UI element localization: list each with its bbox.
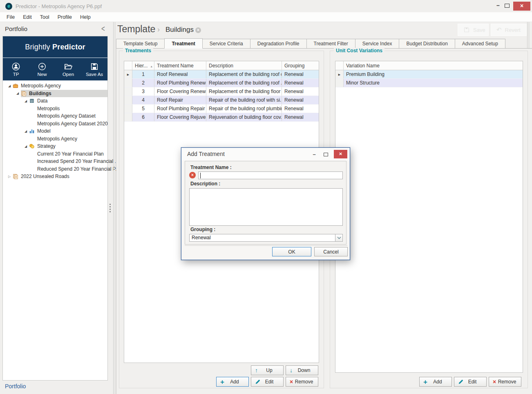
tab-degradation-profile[interactable]: Degradation Profile <box>250 39 306 49</box>
minimize-button[interactable]: – <box>494 2 503 10</box>
tree-expander-icon[interactable]: ◢ <box>14 91 21 95</box>
tree-item-label: Data <box>36 98 47 104</box>
treatment-row[interactable]: ▶ 1 Roof Renewal Replacement of the buil… <box>124 70 319 79</box>
dialog-close-button[interactable]: × <box>334 150 347 158</box>
add-variation-button[interactable]: + Add <box>419 377 452 387</box>
move-down-button[interactable]: ↓ Down <box>286 365 318 375</box>
menu-profile[interactable]: Profile <box>54 13 76 21</box>
tree-item-current-20-year-plan[interactable]: Current 20 Year Financial Plan <box>3 150 107 158</box>
cell-description: Repair of the building roof with si... <box>206 96 282 104</box>
tree-item-metropolis[interactable]: Metropolis <box>3 105 107 113</box>
tree-expander-icon[interactable]: ◢ <box>22 99 29 103</box>
tab-service-index[interactable]: Service Index <box>355 39 399 49</box>
column-header-grouping[interactable]: Grouping <box>282 61 319 70</box>
tab-advanced-setup[interactable]: Advanced Setup <box>455 39 505 49</box>
treatment-row[interactable]: 4 Roof Repair Repair of the building roo… <box>124 96 319 105</box>
dialog-minimize-button[interactable]: – <box>311 151 318 158</box>
treatment-name-input[interactable] <box>198 171 343 179</box>
breadcrumb-close-icon[interactable]: × <box>195 27 201 33</box>
variation-row[interactable]: Minor Structure <box>335 79 523 87</box>
tree-item-label: Reduced Spend 20 Year Financial P... <box>36 166 119 172</box>
edit-variation-button[interactable]: Edit <box>454 377 487 387</box>
plus-circle-icon <box>38 62 47 71</box>
app-logo-icon: e <box>5 3 12 10</box>
tree-item-label: Metropolis Agency Dataset <box>36 113 96 119</box>
tree-item-label: Current 20 Year Financial Plan <box>36 151 104 157</box>
tree-expander-icon[interactable]: ◢ <box>22 129 29 133</box>
cell-grouping: Renewal <box>282 87 319 96</box>
grouping-dropdown[interactable]: Renewal <box>189 234 343 242</box>
tp-button[interactable]: TP <box>3 58 29 80</box>
tree-item-model[interactable]: ◢ Model <box>3 127 107 135</box>
tree-expander-icon[interactable]: ◢ <box>6 84 13 88</box>
row-indicator-cell <box>335 79 344 87</box>
maximize-button[interactable] <box>505 4 510 8</box>
splitter-handle[interactable] <box>110 204 111 214</box>
open-button[interactable]: Open <box>55 58 81 80</box>
tree-item-metropolis-agency-dataset[interactable]: Metropolis Agency Dataset <box>3 112 107 120</box>
splitter-line[interactable] <box>113 22 114 394</box>
dropdown-chevron-icon[interactable] <box>335 234 343 242</box>
menu-help[interactable]: Help <box>76 13 95 21</box>
remove-treatment-button[interactable]: × Remove <box>286 377 318 387</box>
cell-grouping: Renewal <box>282 79 319 87</box>
description-textarea[interactable] <box>189 188 343 226</box>
cancel-button[interactable]: Cancel <box>314 247 348 256</box>
folder-icon <box>64 62 73 71</box>
column-header-description[interactable]: Description <box>206 61 282 70</box>
tree-item-increased-spend-plan[interactable]: Increased Spend 20 Year Financial ... <box>3 158 107 165</box>
tree-item-data[interactable]: ◢ Data <box>3 97 107 105</box>
revert-button-disabled[interactable]: ↶ Revert <box>491 24 527 36</box>
tab-treatment-filter[interactable]: Treatment Filter <box>306 39 355 49</box>
tree-item-metropolis-agency[interactable]: ◢ Metropolis Agency <box>3 82 107 90</box>
portfolio-footer-link[interactable]: Portfolio <box>5 383 26 390</box>
ok-button[interactable]: OK <box>272 247 311 256</box>
tree-item-label: 2022 Unsealed Roads <box>20 174 69 179</box>
portfolio-panel-header: Portfolio < <box>0 22 116 36</box>
save-as-label: Save As <box>86 72 103 77</box>
tree-item-strategy[interactable]: ◢ Strategy <box>3 142 107 150</box>
cell-hierarchy: 6 <box>132 113 154 121</box>
breadcrumb-current[interactable]: Buildings <box>165 26 194 34</box>
tab-service-criteria[interactable]: Service Criteria <box>203 39 250 49</box>
tree-item-buildings[interactable]: ◢ Buildings <box>3 90 107 98</box>
dialog-title-bar[interactable]: Add Treatment – × <box>181 148 350 160</box>
breadcrumb-root[interactable]: Template <box>117 24 155 35</box>
treatment-name-label: Treatment Name : <box>190 165 232 170</box>
treatment-row[interactable]: 3 Floor Covering Renewal Replacement of … <box>124 87 319 96</box>
tab-template-setup[interactable]: Template Setup <box>116 39 164 49</box>
close-button[interactable]: × <box>513 2 530 11</box>
column-header-treatment-name[interactable]: Treatment Name <box>154 61 206 70</box>
portfolio-panel-title: Portfolio <box>5 25 27 32</box>
edit-treatment-button[interactable]: Edit <box>251 377 284 387</box>
menu-tool[interactable]: Tool <box>36 13 54 21</box>
tab-treatment[interactable]: Treatment <box>164 38 202 49</box>
column-header-hierarchy[interactable]: Hier...▲ <box>132 61 154 70</box>
tree-item-2022-unsealed-roads[interactable]: ▷ 2022 Unsealed Roads <box>3 173 107 180</box>
new-button[interactable]: New <box>29 58 55 80</box>
tree-item-metropolis-agency-model[interactable]: Metropolis Agency <box>3 135 107 143</box>
tree-item-label: Buildings <box>28 91 51 96</box>
cell-treatment-name: Roof Repair <box>154 96 206 104</box>
add-treatment-button[interactable]: + Add <box>216 377 249 387</box>
treatment-row[interactable]: 2 Roof Plumbing Renewal Replacement of t… <box>124 79 319 87</box>
save-as-button[interactable]: Save As <box>81 58 107 80</box>
collapse-sidebar-icon[interactable]: < <box>101 24 105 33</box>
dialog-maximize-button[interactable] <box>324 153 328 156</box>
treatment-row[interactable]: 5 Roof Plumbing Repair Repair of the bui… <box>124 105 319 113</box>
cell-hierarchy: 4 <box>132 96 154 104</box>
tree-expander-icon[interactable]: ▷ <box>6 175 13 178</box>
tree-item-metropolis-agency-dataset-2020[interactable]: Metropolis Agency Dataset 2020 <box>3 120 107 128</box>
tree-item-reduced-spend-plan[interactable]: Reduced Spend 20 Year Financial P... <box>3 165 107 173</box>
menu-edit[interactable]: Edit <box>19 13 36 21</box>
variation-row[interactable]: ▶ Premium Building <box>335 70 523 79</box>
treatment-row[interactable]: 6 Floor Covering Rejuvenat... Rejuvenati… <box>124 113 319 122</box>
add-treatment-dialog: Add Treatment – × Treatment Name : × Des… <box>181 147 350 260</box>
move-up-button[interactable]: ↑ Up <box>251 365 284 375</box>
menu-file[interactable]: File <box>2 13 19 21</box>
save-button-disabled[interactable]: Save <box>458 24 489 36</box>
tab-budget-distribution[interactable]: Budget Distribution <box>399 39 454 49</box>
column-header-variation-name[interactable]: Variation Name <box>344 61 523 70</box>
remove-variation-button[interactable]: × Remove <box>489 377 521 387</box>
tree-expander-icon[interactable]: ◢ <box>22 145 29 148</box>
